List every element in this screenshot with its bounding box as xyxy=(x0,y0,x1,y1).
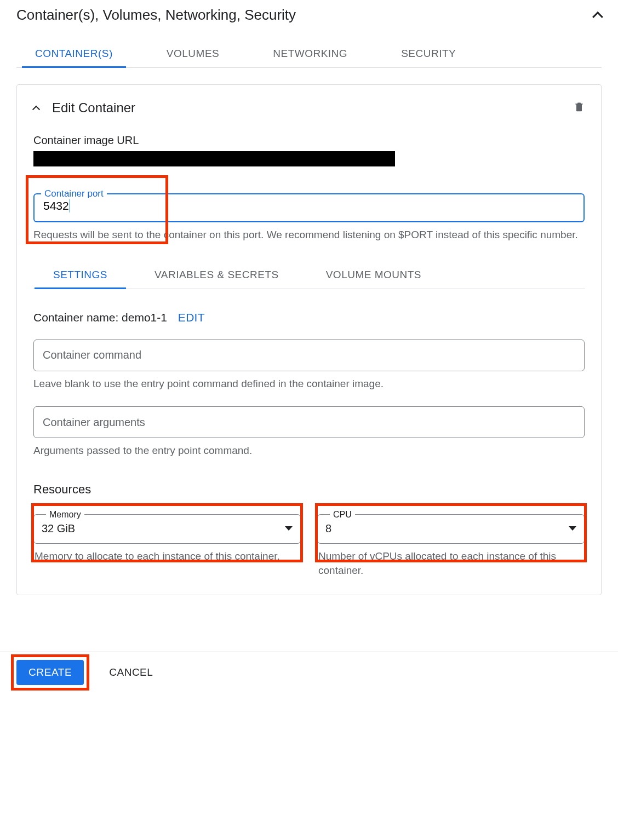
container-port-helper: Requests will be sent to the container o… xyxy=(33,228,585,243)
edit-name-button[interactable]: EDIT xyxy=(178,311,205,324)
create-button[interactable]: CREATE xyxy=(16,660,84,685)
tab-containers[interactable]: CONTAINER(S) xyxy=(33,40,115,67)
container-command-helper: Leave blank to use the entry point comma… xyxy=(33,377,585,392)
edit-container-card: Edit Container Container image URL Conta… xyxy=(16,84,602,595)
chevron-down-icon xyxy=(285,526,293,531)
container-port-label: Container port xyxy=(41,188,107,199)
container-port-field[interactable]: Container port xyxy=(33,188,585,222)
container-name-value: demo1-1 xyxy=(122,311,167,324)
footer-actions: CREATE CANCEL xyxy=(0,652,618,699)
section-header[interactable]: Container(s), Volumes, Networking, Secur… xyxy=(16,7,602,24)
top-tabs: CONTAINER(S) VOLUMES NETWORKING SECURITY xyxy=(16,40,602,68)
cpu-label: CPU xyxy=(330,510,355,520)
container-name-row: Container name: demo1-1 EDIT xyxy=(33,311,585,324)
container-arguments-placeholder: Container arguments xyxy=(43,416,145,429)
resources-heading: Resources xyxy=(33,482,585,497)
inner-tab-settings[interactable]: SETTINGS xyxy=(51,261,110,289)
cpu-value: 8 xyxy=(325,522,331,535)
memory-helper: Memory to allocate to each instance of t… xyxy=(33,549,301,564)
section-title: Container(s), Volumes, Networking, Secur… xyxy=(16,7,296,24)
container-command-field[interactable]: Container command xyxy=(33,340,585,371)
cpu-helper: Number of vCPUs allocated to each instan… xyxy=(317,549,585,578)
container-arguments-helper: Arguments passed to the entry point comm… xyxy=(33,444,585,458)
container-command-placeholder: Container command xyxy=(43,349,141,361)
chevron-up-icon[interactable] xyxy=(32,106,40,113)
cancel-button[interactable]: CANCEL xyxy=(106,666,156,679)
container-name-label: Container name: xyxy=(33,311,122,324)
cpu-select[interactable]: CPU 8 xyxy=(317,510,585,544)
memory-value: 32 GiB xyxy=(42,522,75,535)
memory-label: Memory xyxy=(46,510,84,520)
inner-tabs: SETTINGS VARIABLES & SECRETS VOLUME MOUN… xyxy=(33,261,585,289)
image-url-redacted xyxy=(33,151,395,166)
memory-select[interactable]: Memory 32 GiB xyxy=(33,510,301,544)
card-title: Edit Container xyxy=(52,100,135,116)
tab-networking[interactable]: NETWORKING xyxy=(271,40,350,67)
tab-security[interactable]: SECURITY xyxy=(399,40,458,67)
container-port-input[interactable] xyxy=(35,199,583,219)
tab-volumes[interactable]: VOLUMES xyxy=(164,40,221,67)
trash-icon[interactable] xyxy=(574,101,585,115)
image-url-label: Container image URL xyxy=(33,134,585,147)
inner-tab-volume-mounts[interactable]: VOLUME MOUNTS xyxy=(324,261,424,289)
inner-tab-variables[interactable]: VARIABLES & SECRETS xyxy=(152,261,281,289)
container-arguments-field[interactable]: Container arguments xyxy=(33,406,585,438)
chevron-down-icon xyxy=(569,526,576,531)
chevron-up-icon xyxy=(592,11,603,22)
text-caret xyxy=(70,199,70,212)
